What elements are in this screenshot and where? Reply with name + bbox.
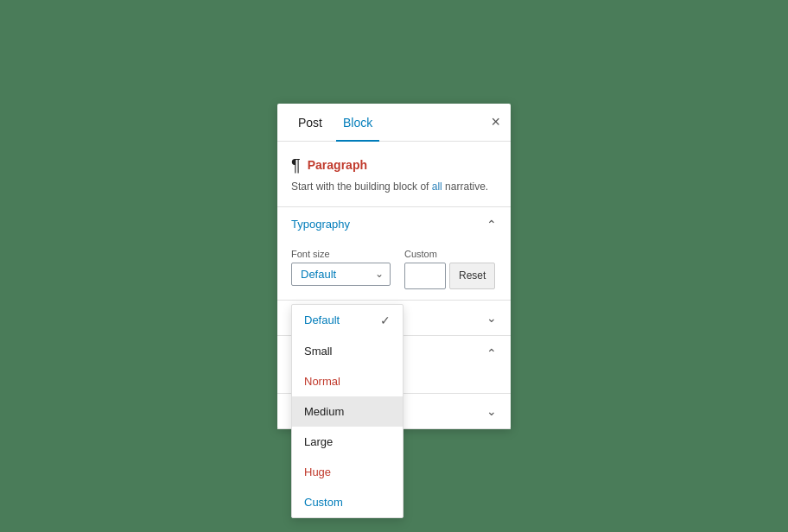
tab-post[interactable]: Post xyxy=(291,104,329,140)
chevron-down-icon-1: ⌄ xyxy=(486,311,497,325)
dropdown-item-default[interactable]: Default ✓ xyxy=(292,305,403,336)
checkmark-icon: ✓ xyxy=(380,314,391,327)
font-size-select-wrapper: Default Small Normal Medium Large Huge C… xyxy=(291,263,391,286)
settings-panel: Post Block × ¶ Paragraph Start with the … xyxy=(277,104,511,429)
font-size-dropdown: Default ✓ Small Normal Medium Large Huge… xyxy=(291,304,404,518)
block-description: Start with the building block of all nar… xyxy=(291,179,497,194)
chevron-up-icon-2: ⌃ xyxy=(486,346,497,360)
close-button[interactable]: × xyxy=(491,114,500,130)
block-title-row: ¶ Paragraph xyxy=(291,155,497,175)
dropdown-item-small[interactable]: Small xyxy=(292,336,403,366)
custom-size-field: Custom Reset xyxy=(404,249,495,289)
custom-label: Custom xyxy=(404,249,495,259)
dropdown-item-medium[interactable]: Medium xyxy=(292,396,403,427)
font-size-select[interactable]: Default Small Normal Medium Large Huge C… xyxy=(291,263,391,286)
tab-block[interactable]: Block xyxy=(336,104,379,142)
font-size-row: Font size Default Small Normal Medium La… xyxy=(277,242,511,289)
typography-section-header[interactable]: Typography ⌃ xyxy=(277,207,511,242)
reset-button[interactable]: Reset xyxy=(449,263,495,289)
dropdown-item-normal[interactable]: Normal xyxy=(292,366,403,396)
block-header: ¶ Paragraph Start with the building bloc… xyxy=(277,142,511,207)
block-title: Paragraph xyxy=(308,158,367,172)
tab-bar: Post Block × xyxy=(277,104,511,142)
chevron-up-icon: ⌃ xyxy=(486,218,497,231)
font-size-label: Font size xyxy=(291,249,391,259)
dropdown-item-huge[interactable]: Huge xyxy=(292,457,403,487)
dropdown-item-large[interactable]: Large xyxy=(292,427,403,457)
custom-size-input[interactable] xyxy=(404,263,446,289)
dropdown-item-custom[interactable]: Custom xyxy=(292,487,403,517)
chevron-down-icon-3: ⌄ xyxy=(486,404,497,418)
font-size-field: Font size Default Small Normal Medium La… xyxy=(291,249,391,286)
highlight-text: all xyxy=(432,180,442,193)
typography-section: Typography ⌃ Font size Default Small Nor… xyxy=(277,207,511,301)
pilcrow-icon: ¶ xyxy=(291,155,301,175)
typography-label: Typography xyxy=(291,218,350,231)
